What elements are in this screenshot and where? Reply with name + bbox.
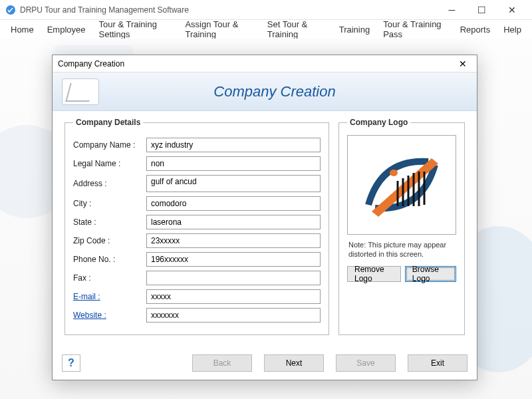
notebook-icon: [62, 78, 99, 105]
dialog-body: Company Details Company Name : Legal Nam…: [53, 111, 477, 342]
menu-reports[interactable]: Reports: [454, 22, 497, 37]
label-legal-name: Legal Name :: [73, 159, 146, 168]
window-title: DRPU Tour and Training Management Softwa…: [20, 5, 437, 15]
label-city: City :: [73, 199, 146, 208]
help-button[interactable]: ?: [62, 354, 80, 372]
next-button[interactable]: Next: [264, 354, 324, 372]
svg-point-1: [390, 170, 398, 176]
exit-button[interactable]: Exit: [408, 354, 467, 372]
dialog-titlebar: Company Creation ✕: [53, 55, 477, 72]
label-company-name: Company Name :: [73, 140, 146, 150]
website-field[interactable]: [146, 308, 321, 323]
label-website[interactable]: Website :: [73, 311, 146, 320]
company-creation-dialog: Company Creation ✕ Company Creation Comp…: [52, 55, 477, 380]
label-state: State :: [73, 217, 146, 227]
logo-image: [355, 145, 448, 225]
dialog-title: Company Creation: [58, 59, 454, 68]
label-fax: Fax :: [73, 273, 146, 283]
menu-training[interactable]: Training: [332, 22, 376, 37]
city-field[interactable]: [146, 196, 321, 211]
state-field[interactable]: [146, 215, 321, 229]
dialog-close-button[interactable]: ✕: [454, 57, 471, 70]
menu-employee[interactable]: Employee: [41, 22, 92, 37]
browse-logo-button[interactable]: Browse Logo: [405, 266, 456, 282]
company-name-field[interactable]: [146, 138, 321, 152]
dialog-banner: Company Creation: [53, 72, 477, 111]
menubar: Home Employee Tour & Training Settings A…: [0, 20, 532, 39]
menu-help[interactable]: Help: [497, 22, 528, 37]
maximize-button[interactable]: ☐: [467, 1, 497, 19]
remove-logo-button[interactable]: Remove Logo: [347, 266, 401, 282]
dialog-heading: Company Creation: [99, 83, 477, 100]
company-logo-group: Company Logo Note: This pictu: [338, 118, 465, 335]
phone-field[interactable]: [146, 252, 321, 267]
address-field[interactable]: gulf of ancud: [146, 175, 321, 192]
label-phone: Phone No. :: [73, 255, 146, 264]
label-zip: Zip Code :: [73, 236, 146, 245]
company-details-legend: Company Details: [73, 118, 143, 127]
email-field[interactable]: [146, 289, 321, 304]
label-address: Address :: [73, 179, 146, 188]
zip-field[interactable]: [146, 233, 321, 248]
fax-field[interactable]: [146, 271, 321, 285]
logo-note: Note: This picture may appear distorted …: [348, 240, 456, 259]
company-logo-legend: Company Logo: [347, 118, 410, 127]
company-details-group: Company Details Company Name : Legal Nam…: [65, 118, 329, 335]
dialog-footer: ? Back Next Save Exit: [62, 354, 467, 372]
app-icon: [5, 5, 16, 15]
legal-name-field[interactable]: [146, 156, 321, 171]
back-button[interactable]: Back: [192, 354, 252, 372]
workspace: Company Creation ✕ Company Creation Comp…: [0, 39, 532, 399]
menu-home[interactable]: Home: [4, 22, 41, 37]
label-email[interactable]: E-mail :: [73, 292, 146, 301]
save-button[interactable]: Save: [336, 354, 396, 372]
logo-preview: [347, 135, 456, 235]
close-button[interactable]: ✕: [497, 1, 527, 19]
